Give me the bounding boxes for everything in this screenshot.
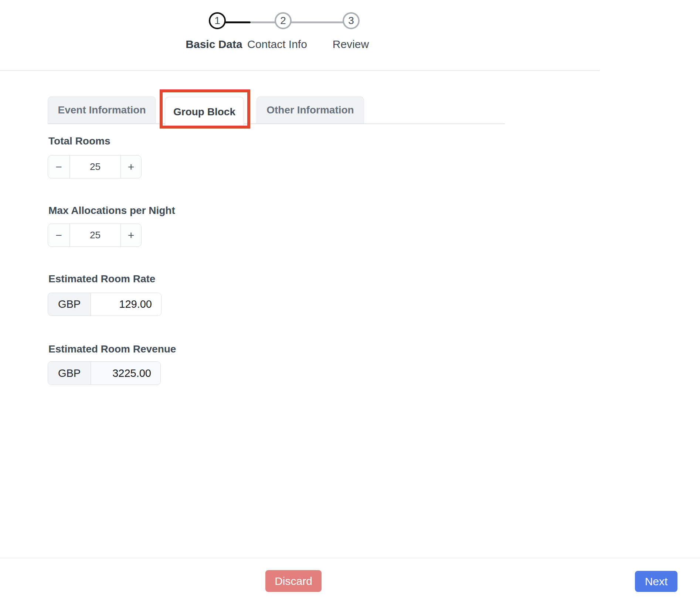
room-revenue-input[interactable] [91, 362, 160, 385]
tab-underline [48, 123, 505, 124]
step-1-label: Basic Data [186, 38, 242, 51]
discard-button[interactable]: Discard [265, 570, 322, 592]
max-allocations-increment-button[interactable]: + [120, 224, 141, 246]
tab-group-block-label: Group Block [173, 106, 235, 118]
step-3-indicator: 3 [343, 12, 360, 29]
tab-event-information-label: Event Information [58, 104, 146, 116]
max-allocations-decrement-button[interactable]: − [48, 224, 70, 246]
room-rate-currency-prefix: GBP [48, 293, 91, 316]
step-2-label: Contact Info [247, 38, 307, 51]
room-rate-input[interactable] [91, 293, 161, 316]
step-connector-1-done [225, 21, 251, 23]
step-2-indicator: 2 [275, 12, 292, 29]
room-revenue-label: Estimated Room Revenue [48, 343, 176, 355]
step-3-number: 3 [348, 15, 354, 27]
total-rooms-decrement-button[interactable]: − [48, 156, 70, 178]
header-divider [0, 70, 600, 71]
step-3-label: Review [333, 38, 369, 51]
room-rate-label: Estimated Room Rate [48, 273, 155, 285]
tab-other-information-label: Other Information [266, 104, 354, 116]
tab-other-information[interactable]: Other Information [256, 96, 364, 123]
step-connector-1-todo [251, 21, 276, 23]
room-revenue-field: GBP [48, 361, 161, 385]
tab-group-block[interactable]: Group Block [165, 97, 244, 126]
group-block-wizard-page: 1 2 3 Basic Data Contact Info Review Eve… [0, 0, 700, 603]
max-allocations-input[interactable] [70, 224, 120, 246]
step-2-number: 2 [280, 15, 286, 27]
tab-event-information[interactable]: Event Information [48, 96, 156, 123]
total-rooms-label: Total Rooms [48, 135, 110, 147]
total-rooms-stepper: − + [48, 155, 142, 178]
step-1-indicator: 1 [209, 12, 226, 29]
step-1-number: 1 [214, 15, 220, 27]
max-allocations-label: Max Allocations per Night [48, 205, 175, 217]
total-rooms-increment-button[interactable]: + [120, 156, 141, 178]
next-button[interactable]: Next [635, 571, 677, 592]
room-revenue-currency-prefix: GBP [48, 362, 91, 385]
step-connector-2 [291, 21, 343, 23]
max-allocations-stepper: − + [48, 224, 142, 247]
total-rooms-input[interactable] [70, 156, 120, 178]
footer-divider [0, 558, 700, 558]
room-rate-field: GBP [48, 293, 162, 316]
